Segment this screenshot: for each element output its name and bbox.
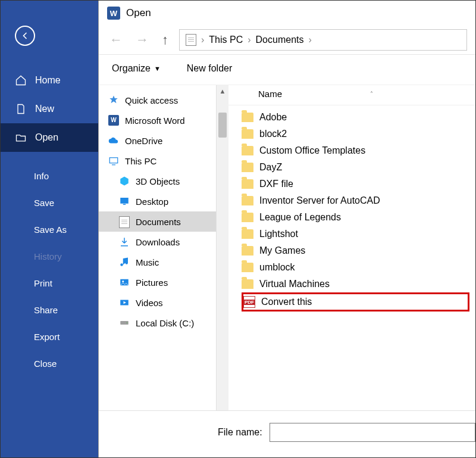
- svg-rect-0: [109, 158, 118, 163]
- folder-block2[interactable]: block2: [242, 126, 469, 142]
- tree-scrollbar[interactable]: ▲: [217, 85, 228, 410]
- folder-icon: [242, 229, 253, 239]
- new-folder-button[interactable]: New folder: [187, 63, 232, 74]
- tree-item-label: Videos: [136, 298, 163, 308]
- backstage-item-label: Share: [34, 305, 58, 315]
- open-file-dialog: W Open ← → ↑ › This PC › Documents › Org…: [98, 1, 475, 457]
- backstage-item-label: Print: [34, 278, 52, 288]
- folder-icon: [242, 196, 253, 205]
- backstage-item-label: Home: [35, 75, 61, 86]
- doc-icon: [119, 216, 130, 227]
- nav-forward-button[interactable]: →: [133, 31, 151, 49]
- file-name-label: Lightshot: [259, 229, 298, 239]
- svg-point-4: [122, 281, 124, 282]
- backstage-item-label: Save: [34, 198, 54, 208]
- backstage-export[interactable]: Export: [1, 323, 98, 350]
- folder-custom-office-templates[interactable]: Custom Office Templates: [242, 142, 469, 159]
- tree-onedrive[interactable]: OneDrive: [99, 130, 216, 151]
- cube-icon: [119, 176, 130, 186]
- tree-this-pc[interactable]: This PC: [99, 151, 216, 171]
- tree-item-label: Microsoft Word: [125, 116, 185, 126]
- new-icon: [15, 103, 27, 115]
- word-app-icon: W: [107, 7, 120, 20]
- pdf-icon: PDF: [243, 296, 255, 308]
- organize-button[interactable]: Organize ▼: [112, 63, 161, 74]
- tree-local-disk-c-[interactable]: Local Disk (C:): [99, 313, 216, 333]
- backstage-new[interactable]: New: [1, 95, 98, 123]
- tree-pictures[interactable]: Pictures: [99, 272, 216, 292]
- chevron-down-icon: ▼: [154, 65, 161, 72]
- file-name-label: block2: [259, 129, 287, 139]
- folder-adobe[interactable]: Adobe: [242, 109, 469, 126]
- tree-item-label: Pictures: [136, 278, 168, 288]
- tree-desktop[interactable]: Desktop: [99, 191, 216, 211]
- tree-3d-objects[interactable]: 3D Objects: [99, 171, 216, 191]
- filename-input[interactable]: [270, 423, 475, 442]
- tree-videos[interactable]: Videos: [99, 292, 216, 313]
- chevron-right-icon: ›: [201, 35, 204, 45]
- backstage-share[interactable]: Share: [1, 297, 98, 323]
- backstage-item-label: Close: [34, 359, 57, 369]
- tree-quick-access[interactable]: Quick access: [99, 90, 216, 110]
- backstage-close[interactable]: Close: [1, 350, 98, 377]
- back-button[interactable]: [15, 26, 35, 46]
- backstage-open[interactable]: Open: [1, 123, 98, 152]
- folder-league-of-legends[interactable]: League of Legends: [242, 209, 469, 226]
- folder-icon: [242, 113, 253, 122]
- folder-inventor-server-for-autocad[interactable]: Inventor Server for AutoCAD: [242, 192, 469, 209]
- folder-dxf-file[interactable]: DXF file: [242, 176, 469, 192]
- file-name-label: DXF file: [259, 179, 293, 189]
- video-icon: [119, 297, 130, 308]
- folder-icon: [242, 279, 253, 289]
- folder-my-games[interactable]: My Games: [242, 242, 469, 259]
- open-icon: [15, 132, 27, 144]
- arrow-left-icon: [19, 30, 31, 42]
- dialog-title: Open: [126, 7, 151, 19]
- dialog-footer: File name:: [99, 410, 475, 457]
- tree-item-label: Documents: [136, 217, 181, 227]
- column-header-row: Name ˄: [228, 85, 475, 105]
- tree-downloads[interactable]: Downloads: [99, 232, 216, 252]
- address-bar[interactable]: › This PC › Documents ›: [179, 29, 467, 51]
- scroll-up-icon: ▲: [220, 85, 226, 97]
- disk-icon: [119, 317, 130, 328]
- backstage-info[interactable]: Info: [1, 163, 98, 189]
- filename-label: File name:: [218, 427, 262, 438]
- file-name-label: Inventor Server for AutoCAD: [259, 195, 380, 206]
- folder-icon: [242, 129, 253, 139]
- column-header-name[interactable]: Name: [258, 89, 282, 99]
- folder-dayz[interactable]: DayZ: [242, 159, 469, 176]
- chevron-right-icon: ›: [308, 35, 311, 45]
- folder-lightshot[interactable]: Lightshot: [242, 226, 469, 242]
- tree-microsoft-word[interactable]: WMicrosoft Word: [99, 110, 216, 130]
- folder-icon: [242, 163, 253, 172]
- sort-indicator-icon: ˄: [370, 91, 373, 97]
- tree-item-label: Music: [136, 257, 159, 267]
- backstage-save[interactable]: Save: [1, 189, 98, 216]
- app-root: HomeNewOpen InfoSaveSave AsHistoryPrintS…: [0, 0, 476, 458]
- tree-documents[interactable]: Documents: [99, 211, 216, 232]
- dialog-titlebar: W Open: [99, 1, 475, 26]
- nav-back-button[interactable]: ←: [107, 31, 125, 49]
- file-name-label: DayZ: [259, 162, 282, 173]
- tree-item-label: Local Disk (C:): [136, 318, 194, 328]
- folder-virtual-machines[interactable]: Virtual Machines: [242, 276, 469, 292]
- scrollbar-thumb[interactable]: [218, 113, 227, 138]
- file-convert-this[interactable]: PDFConvert this: [242, 292, 469, 311]
- backstage-print[interactable]: Print: [1, 270, 98, 297]
- nav-up-button[interactable]: ↑: [159, 31, 171, 49]
- breadcrumb-segment[interactable]: Documents: [256, 35, 304, 45]
- word-backstage-sidebar: HomeNewOpen InfoSaveSave AsHistoryPrintS…: [1, 1, 98, 457]
- folder-umblock[interactable]: umblock: [242, 259, 469, 276]
- backstage-home[interactable]: Home: [1, 66, 98, 95]
- backstage-save-as[interactable]: Save As: [1, 216, 98, 243]
- backstage-item-label: New: [35, 104, 54, 114]
- tree-item-label: Desktop: [136, 197, 168, 207]
- file-name-label: Virtual Machines: [259, 279, 330, 289]
- breadcrumb-segment[interactable]: This PC: [209, 35, 243, 45]
- file-name-label: Custom Office Templates: [259, 145, 365, 156]
- file-name-label: League of Legends: [259, 212, 341, 223]
- tree-item-label: OneDrive: [125, 136, 162, 146]
- pic-icon: [119, 277, 130, 288]
- tree-music[interactable]: Music: [99, 252, 216, 272]
